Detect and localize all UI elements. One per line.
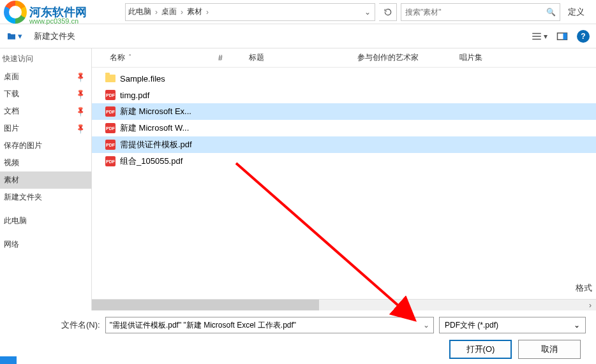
sidebar-quick-access[interactable]: 快速访问 <box>0 50 91 68</box>
pdf-icon: PDF <box>105 122 116 134</box>
sidebar-item-saved-pictures[interactable]: 保存的图片 <box>0 137 91 154</box>
filename-input[interactable]: "需提供证件模板.pdf" "新建 Microsoft Excel 工作表.pd… <box>105 317 434 333</box>
preview-icon <box>556 32 568 41</box>
breadcrumb-item[interactable]: 素材 <box>184 6 205 17</box>
file-name: 需提供证件模板.pdf <box>120 139 192 150</box>
column-headers: 名称ˆ # 标题 参与创作的艺术家 唱片集 <box>92 48 596 68</box>
pdf-icon: PDF <box>105 139 116 150</box>
open-button[interactable]: 打开(O) <box>449 340 512 359</box>
column-name[interactable]: 名称ˆ <box>105 52 213 63</box>
file-row[interactable]: PDF新建 Microsoft Ex... <box>92 103 596 120</box>
folder-settings-icon <box>6 31 17 41</box>
file-row[interactable]: PDF组合_105055.pdf <box>92 153 596 170</box>
file-name: timg.pdf <box>120 91 149 100</box>
file-name: 新建 Microsoft W... <box>120 122 189 134</box>
pin-icon: 📌 <box>74 71 86 83</box>
chevron-right-icon: › <box>205 8 210 17</box>
search-field[interactable]: 🔍 <box>401 3 560 21</box>
sidebar-item-this-pc[interactable]: 此电脑 <box>0 212 91 229</box>
navigation-sidebar: 快速访问 桌面📌 下载📌 文档📌 图片📌 保存的图片 视频 素材 新建文件夹 此… <box>0 48 92 310</box>
column-artist[interactable]: 参与创作的艺术家 <box>352 52 454 63</box>
sidebar-item-desktop[interactable]: 桌面📌 <box>0 68 91 85</box>
preview-pane-button[interactable] <box>556 32 568 41</box>
help-button[interactable]: ? <box>577 30 590 43</box>
column-title[interactable]: 标题 <box>244 52 352 63</box>
sidebar-item-videos[interactable]: 视频 <box>0 154 91 171</box>
svg-rect-1 <box>563 33 567 40</box>
column-album[interactable]: 唱片集 <box>454 52 518 63</box>
dropdown-icon: ⌄ <box>574 321 580 330</box>
scrollbar-thumb[interactable] <box>92 300 319 310</box>
file-list-panel: 名称ˆ # 标题 参与创作的艺术家 唱片集 Sample.filesPDFtim… <box>92 48 596 310</box>
pin-icon: 📌 <box>74 122 86 135</box>
site-logo: 河东软件网 www.pc0359.cn <box>4 1 125 24</box>
cancel-button[interactable]: 取消 <box>518 340 581 359</box>
pin-icon: 📌 <box>74 105 86 117</box>
logo-icon <box>4 1 27 24</box>
filename-label: 文件名(N): <box>10 319 100 331</box>
file-type-select[interactable]: PDF文件 (*.pdf) ⌄ <box>439 317 586 333</box>
file-row[interactable]: PDF新建 Microsoft W... <box>92 120 596 136</box>
right-panel-title: 定义 <box>560 6 592 18</box>
search-input[interactable] <box>405 8 546 17</box>
chevron-right-icon: › <box>154 8 159 17</box>
view-list-button[interactable]: ▾ <box>531 32 548 41</box>
file-list: Sample.filesPDFtimg.pdfPDF新建 Microsoft E… <box>92 68 596 299</box>
dropdown-icon[interactable]: ⌄ <box>423 321 429 330</box>
list-icon <box>531 32 542 41</box>
address-bar: 河东软件网 www.pc0359.cn 此电脑 › 桌面 › 素材 › ⌄ 🔍 … <box>0 0 596 24</box>
taskbar-fragment <box>0 356 17 364</box>
folder-icon <box>105 73 116 84</box>
sidebar-item-material[interactable]: 素材 <box>0 171 91 189</box>
pdf-icon: PDF <box>105 106 116 117</box>
dialog-footer: 文件名(N): "需提供证件模板.pdf" "新建 Microsoft Exce… <box>0 310 596 364</box>
breadcrumb[interactable]: 此电脑 › 桌面 › 素材 › ⌄ <box>125 3 375 21</box>
organize-menu[interactable]: ▾ <box>6 31 22 41</box>
sidebar-item-new-folder[interactable]: 新建文件夹 <box>0 189 91 206</box>
file-name: Sample.files <box>120 74 165 84</box>
search-icon: 🔍 <box>546 8 556 17</box>
pin-icon: 📌 <box>74 88 86 100</box>
sidebar-item-documents[interactable]: 文档📌 <box>0 103 91 120</box>
format-label: 格式 <box>576 282 592 294</box>
refresh-button[interactable] <box>379 3 397 21</box>
scroll-right-icon[interactable]: › <box>585 300 596 311</box>
breadcrumb-item[interactable]: 此电脑 <box>126 6 154 17</box>
dropdown-icon[interactable]: ⌄ <box>361 8 375 17</box>
refresh-icon <box>384 8 392 17</box>
sidebar-item-network[interactable]: 网络 <box>0 236 91 253</box>
chevron-right-icon: › <box>179 8 184 17</box>
sort-asc-icon: ˆ <box>129 54 131 61</box>
logo-url: www.pc0359.cn <box>29 17 78 25</box>
pdf-icon: PDF <box>105 156 116 167</box>
pdf-icon: PDF <box>105 89 116 101</box>
toolbar: ▾ 新建文件夹 ▾ ? <box>0 24 596 48</box>
column-number[interactable]: # <box>213 54 244 62</box>
sidebar-item-downloads[interactable]: 下载📌 <box>0 85 91 103</box>
breadcrumb-item[interactable]: 桌面 <box>159 6 179 17</box>
file-row[interactable]: PDFtimg.pdf <box>92 87 596 103</box>
file-name: 组合_105055.pdf <box>120 156 183 167</box>
new-folder-button[interactable]: 新建文件夹 <box>34 31 75 42</box>
sidebar-item-pictures[interactable]: 图片📌 <box>0 120 91 137</box>
file-row[interactable]: Sample.files <box>92 70 596 87</box>
file-row[interactable]: PDF需提供证件模板.pdf <box>92 136 596 153</box>
horizontal-scrollbar[interactable]: › <box>92 299 596 310</box>
file-name: 新建 Microsoft Ex... <box>120 106 191 117</box>
